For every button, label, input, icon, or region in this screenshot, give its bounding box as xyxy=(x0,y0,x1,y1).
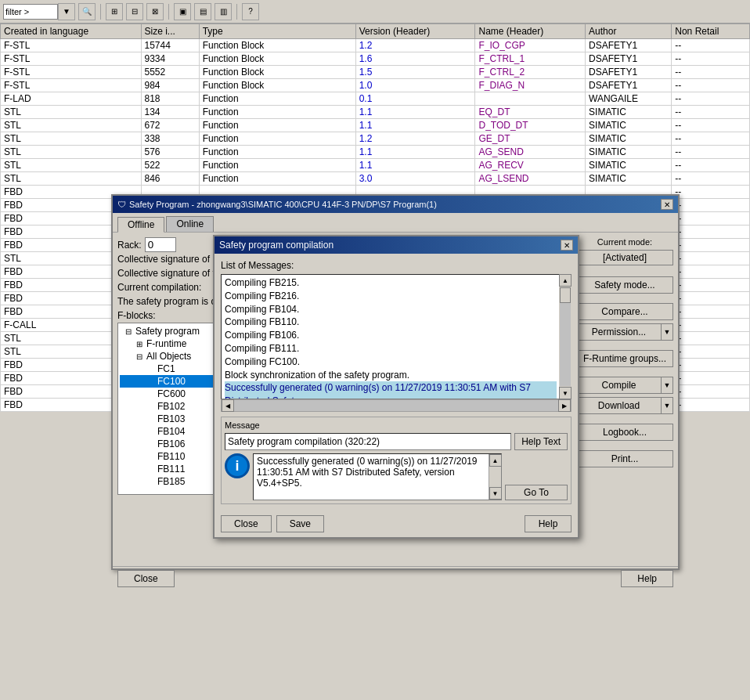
tree-icon xyxy=(145,464,156,474)
cell-lang: F-STL xyxy=(1,79,142,92)
save-button[interactable]: Save xyxy=(276,515,324,532)
toolbar-btn-3[interactable]: ⊟ xyxy=(126,3,143,20)
compile-message-line: Compiling FB104. xyxy=(225,303,557,316)
cell-author: SIMATIC xyxy=(586,132,672,146)
sep-2 xyxy=(168,4,169,20)
tree-item-label: All Objects xyxy=(146,351,191,362)
message-text-scrollbar[interactable]: ▲ ▼ xyxy=(489,454,501,500)
table-row[interactable]: F-STL 984 Function Block 1.0 F_DIAG_N DS… xyxy=(1,79,750,92)
col-version[interactable]: Version (Header) xyxy=(355,24,475,39)
col-author[interactable]: Author xyxy=(586,24,672,39)
help-text-button[interactable]: Help Text xyxy=(514,433,568,450)
f-runtime-groups-button[interactable]: F-Runtime groups... xyxy=(576,350,673,367)
safety-mode-button[interactable]: Safety mode... xyxy=(576,276,673,294)
toolbar-btn-5[interactable]: ▣ xyxy=(174,3,191,20)
table-row[interactable]: STL 576 Function 1.1 AG_SEND SIMATIC -- xyxy=(1,146,750,159)
table-row[interactable]: F-LAD 818 Function 0.1 WANGAILE -- xyxy=(1,92,750,106)
x-scrollbar[interactable]: ◀ ▶ xyxy=(221,399,572,412)
help-button[interactable]: Help xyxy=(525,515,572,532)
cell-nonretail: -- xyxy=(672,186,750,199)
permission-button[interactable]: Permission... xyxy=(576,323,661,341)
cell-type: Function xyxy=(199,92,355,106)
activated-button[interactable]: [Activated] xyxy=(576,250,673,265)
compile-messages-box[interactable]: Compiling FB215.Compiling FB216.Compilin… xyxy=(221,274,572,399)
scroll-thumb[interactable] xyxy=(560,287,571,303)
safety-close-button[interactable]: Close xyxy=(117,570,175,587)
message-input[interactable] xyxy=(225,433,511,450)
table-row[interactable]: STL 134 Function 1.1 EQ_DT SIMATIC -- xyxy=(1,106,750,119)
scroll-up-btn[interactable]: ▲ xyxy=(559,274,572,287)
close-button[interactable]: Close xyxy=(221,515,272,532)
message-info-icon: i xyxy=(225,453,250,478)
tree-icon xyxy=(145,438,156,449)
table-row[interactable]: F-STL 5552 Function Block 1.5 F_CTRL_2 D… xyxy=(1,66,750,79)
goto-button[interactable]: Go To xyxy=(505,485,568,500)
table-row[interactable]: STL 672 Function 1.1 D_TOD_DT SIMATIC -- xyxy=(1,119,750,132)
col-nonretail[interactable]: Non Retail xyxy=(672,24,750,39)
download-button[interactable]: Download xyxy=(576,397,661,414)
message-input-row: Help Text xyxy=(225,433,568,450)
compile-footer: Close Save Help xyxy=(215,511,578,537)
text-scroll-down[interactable]: ▼ xyxy=(489,487,502,500)
cell-version: 3.0 xyxy=(355,172,475,186)
filter-dropdown-btn[interactable]: ▼ xyxy=(58,3,75,20)
compile-dialog-titlebar: Safety program compilation ✕ xyxy=(215,236,578,254)
toolbar-btn-1[interactable]: 🔍 xyxy=(78,3,96,20)
tree-item-label: FB185 xyxy=(157,476,185,487)
tab-offline[interactable]: Offline xyxy=(117,217,164,233)
cell-size: 984 xyxy=(141,79,199,92)
table-row[interactable]: F-STL 9334 Function Block 1.6 F_CTRL_1 D… xyxy=(1,52,750,66)
compile-dropdown-arrow[interactable]: ▼ xyxy=(661,377,673,394)
toolbar-btn-4[interactable]: ⊠ xyxy=(146,3,164,20)
tree-icon xyxy=(145,388,156,399)
compile-button[interactable]: Compile xyxy=(576,377,661,394)
cell-lang: STL xyxy=(1,172,142,186)
filter-combo[interactable]: ▼ xyxy=(3,3,75,20)
cell-lang: STL xyxy=(1,146,142,159)
download-dropdown-arrow[interactable]: ▼ xyxy=(661,397,673,414)
current-mode-label: Current mode: xyxy=(576,237,673,247)
cell-author: DSAFETY1 xyxy=(586,39,672,52)
cell-nonretail: -- xyxy=(672,345,750,359)
cell-size: 846 xyxy=(141,172,199,186)
table-row[interactable]: STL 846 Function 3.0 AG_LSEND SIMATIC -- xyxy=(1,172,750,186)
logbook-button[interactable]: Logbook... xyxy=(576,424,673,441)
permission-btn-group: Permission... ▼ xyxy=(576,323,673,341)
message-text-wrapper: Successfully generated (0 warning(s)) on… xyxy=(253,453,502,500)
scroll-down-btn[interactable]: ▼ xyxy=(559,387,572,399)
cell-lang: F-STL xyxy=(1,39,142,52)
text-scroll-up[interactable]: ▲ xyxy=(489,454,502,467)
table-row[interactable]: F-STL 15744 Function Block 1.2 F_IO_CGP … xyxy=(1,39,750,52)
permission-dropdown-arrow[interactable]: ▼ xyxy=(661,323,673,341)
col-type[interactable]: Type xyxy=(199,24,355,39)
cell-type: Function xyxy=(199,146,355,159)
cell-name: GE_DT xyxy=(475,132,586,146)
col-size[interactable]: Size i... xyxy=(141,24,199,39)
toolbar-btn-7[interactable]: ▥ xyxy=(215,3,232,20)
toolbar-btn-6[interactable]: ▤ xyxy=(194,3,211,20)
filter-input[interactable] xyxy=(3,4,58,20)
rack-input[interactable] xyxy=(145,237,176,252)
toolbar-btn-2[interactable]: ⊞ xyxy=(106,3,123,20)
print-button[interactable]: Print... xyxy=(576,450,673,467)
safety-window-close-btn[interactable]: ✕ xyxy=(661,199,673,210)
message-text-box[interactable]: Successfully generated (0 warning(s)) on… xyxy=(253,453,502,500)
safety-help-button[interactable]: Help xyxy=(621,570,673,587)
cell-type: Function Block xyxy=(199,79,355,92)
compile-dialog-close-btn[interactable]: ✕ xyxy=(561,240,573,251)
col-lang[interactable]: Created in language xyxy=(1,24,142,39)
compile-footer-left: Close Save xyxy=(221,515,324,532)
messages-scrollbar[interactable]: ▲ ▼ xyxy=(559,274,572,399)
tab-online[interactable]: Online xyxy=(166,216,214,232)
scroll-left-btn[interactable]: ◀ xyxy=(222,399,234,412)
scroll-right-btn[interactable]: ▶ xyxy=(558,399,571,412)
cell-type: Function xyxy=(199,132,355,146)
col-name[interactable]: Name (Header) xyxy=(475,24,586,39)
tree-item-label: FC1 xyxy=(157,363,175,374)
cell-name: F_CTRL_2 xyxy=(475,66,586,79)
compile-message-line: Block synchronization of the safety prog… xyxy=(225,369,557,382)
compare-button[interactable]: Compare... xyxy=(576,303,673,320)
table-row[interactable]: STL 522 Function 1.1 AG_RECV SIMATIC -- xyxy=(1,159,750,172)
toolbar-btn-8[interactable]: ? xyxy=(242,3,259,20)
table-row[interactable]: STL 338 Function 1.2 GE_DT SIMATIC -- xyxy=(1,132,750,146)
